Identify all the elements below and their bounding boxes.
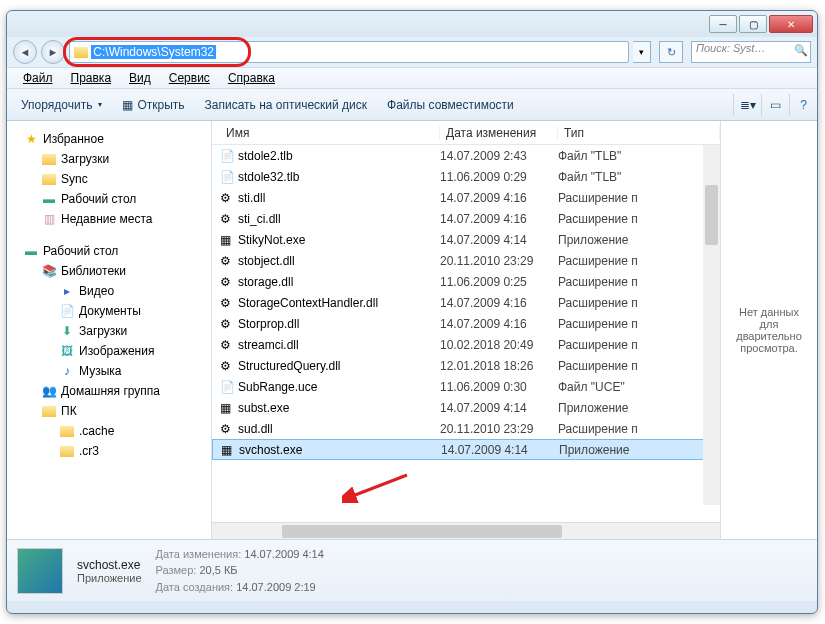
file-row[interactable]: ▦subst.exe14.07.2009 4:14Приложение (212, 397, 720, 418)
file-row[interactable]: ⚙streamci.dll10.02.2018 20:49Расширение … (212, 334, 720, 355)
menu-tools[interactable]: Сервис (161, 69, 218, 87)
menu-edit[interactable]: Правка (63, 69, 120, 87)
file-row[interactable]: ⚙StorageContextHandler.dll14.07.2009 4:1… (212, 292, 720, 313)
column-headers: Имя Дата изменения Тип (212, 121, 720, 145)
file-name: stdole2.tlb (238, 149, 440, 163)
file-type: Файл "TLB" (558, 170, 720, 184)
back-button[interactable]: ◄ (13, 40, 37, 64)
refresh-button[interactable]: ↻ (659, 41, 683, 63)
file-name: StructuredQuery.dll (238, 359, 440, 373)
file-type: Расширение п (558, 422, 720, 436)
nav-tree: ★Избранное Загрузки Sync ▬Рабочий стол ▥… (7, 121, 212, 539)
file-row[interactable]: 📄stdole2.tlb14.07.2009 2:43Файл "TLB" (212, 145, 720, 166)
burn-button[interactable]: Записать на оптический диск (197, 94, 376, 116)
tree-video[interactable]: ▸Видео (7, 281, 211, 301)
file-row[interactable]: ⚙StructuredQuery.dll12.01.2018 18:26Расш… (212, 355, 720, 376)
file-date: 14.07.2009 4:14 (440, 233, 558, 247)
tree-desktop-fav[interactable]: ▬Рабочий стол (7, 189, 211, 209)
close-button[interactable]: ✕ (769, 15, 813, 33)
file-date: 11.06.2009 0:30 (440, 380, 558, 394)
file-icon: ⚙ (212, 422, 238, 436)
file-name: subst.exe (238, 401, 440, 415)
file-row[interactable]: ⚙stobject.dll20.11.2010 23:29Расширение … (212, 250, 720, 271)
vertical-scrollbar[interactable] (703, 145, 720, 505)
file-area: Имя Дата изменения Тип 📄stdole2.tlb14.07… (212, 121, 721, 539)
tree-cache[interactable]: .cache (7, 421, 211, 441)
details-props: Дата изменения: 14.07.2009 4:14 Размер: … (156, 546, 324, 596)
help-icon[interactable]: ? (789, 94, 811, 116)
col-date[interactable]: Дата изменения (440, 126, 558, 140)
file-type: Расширение п (558, 317, 720, 331)
tree-favorites[interactable]: ★Избранное (7, 129, 211, 149)
file-date: 14.07.2009 4:14 (441, 443, 559, 457)
compat-button[interactable]: Файлы совместимости (379, 94, 522, 116)
file-icon: ▦ (213, 443, 239, 457)
file-name: SubRange.uce (238, 380, 440, 394)
details-filetype: Приложение (77, 572, 142, 584)
file-icon: ⚙ (212, 254, 238, 268)
file-name: sti.dll (238, 191, 440, 205)
file-date: 14.07.2009 4:16 (440, 212, 558, 226)
menu-file[interactable]: Файл (15, 69, 61, 87)
tree-homegroup[interactable]: 👥Домашняя группа (7, 381, 211, 401)
file-row[interactable]: 📄SubRange.uce11.06.2009 0:30Файл "UCE" (212, 376, 720, 397)
menu-view[interactable]: Вид (121, 69, 159, 87)
tree-desktop[interactable]: ▬Рабочий стол (7, 241, 211, 261)
file-row[interactable]: ▦svchost.exe14.07.2009 4:14Приложение (212, 439, 720, 460)
file-date: 10.02.2018 20:49 (440, 338, 558, 352)
menubar: Файл Правка Вид Сервис Справка (7, 67, 817, 89)
tree-downloads[interactable]: Загрузки (7, 149, 211, 169)
file-icon: ⚙ (212, 191, 238, 205)
tree-pictures[interactable]: 🖼Изображения (7, 341, 211, 361)
tree-recent[interactable]: ▥Недавние места (7, 209, 211, 229)
forward-button[interactable]: ► (41, 40, 65, 64)
tree-libraries[interactable]: 📚Библиотеки (7, 261, 211, 281)
preview-pane: Нет данных для дварительно просмотра. (721, 121, 817, 539)
file-name: sud.dll (238, 422, 440, 436)
details-filename: svchost.exe (77, 558, 142, 572)
minimize-button[interactable]: ─ (709, 15, 737, 33)
view-icon[interactable]: ≣▾ (733, 94, 755, 116)
file-name: StorageContextHandler.dll (238, 296, 440, 310)
tree-cr3[interactable]: .cr3 (7, 441, 211, 461)
file-row[interactable]: ⚙storage.dll11.06.2009 0:25Расширение п (212, 271, 720, 292)
file-icon: ⚙ (212, 212, 238, 226)
horizontal-scrollbar[interactable] (212, 522, 720, 539)
tree-music[interactable]: ♪Музыка (7, 361, 211, 381)
file-row[interactable]: 📄stdole32.tlb11.06.2009 0:29Файл "TLB" (212, 166, 720, 187)
file-icon: 📄 (212, 149, 238, 163)
titlebar: ─ ▢ ✕ (7, 11, 817, 37)
tree-documents[interactable]: 📄Документы (7, 301, 211, 321)
tree-pc[interactable]: ПК (7, 401, 211, 421)
tree-sync[interactable]: Sync (7, 169, 211, 189)
organize-button[interactable]: Упорядочить (13, 94, 110, 116)
file-date: 14.07.2009 4:16 (440, 296, 558, 310)
search-input[interactable]: Поиск: Syst… (691, 41, 811, 63)
folder-icon (74, 47, 88, 58)
open-button[interactable]: ▦ Открыть (114, 94, 192, 116)
file-thumbnail (17, 548, 63, 594)
file-name: stobject.dll (238, 254, 440, 268)
address-bar[interactable]: C:\Windows\System32 (69, 41, 629, 63)
tree-downloads2[interactable]: ⬇Загрузки (7, 321, 211, 341)
col-type[interactable]: Тип (558, 126, 720, 140)
preview-pane-icon[interactable]: ▭ (761, 94, 783, 116)
file-name: stdole32.tlb (238, 170, 440, 184)
file-row[interactable]: ▦StikyNot.exe14.07.2009 4:14Приложение (212, 229, 720, 250)
file-row[interactable]: ⚙sti_ci.dll14.07.2009 4:16Расширение п (212, 208, 720, 229)
col-name[interactable]: Имя (212, 126, 440, 140)
file-date: 12.01.2018 18:26 (440, 359, 558, 373)
file-date: 14.07.2009 4:14 (440, 401, 558, 415)
file-icon: 📄 (212, 170, 238, 184)
explorer-window: ─ ▢ ✕ ◄ ► C:\Windows\System32 ▾ ↻ Поиск:… (6, 10, 818, 614)
file-row[interactable]: ⚙sti.dll14.07.2009 4:16Расширение п (212, 187, 720, 208)
file-row[interactable]: ⚙Storprop.dll14.07.2009 4:16Расширение п (212, 313, 720, 334)
address-dropdown[interactable]: ▾ (633, 41, 651, 63)
file-date: 14.07.2009 2:43 (440, 149, 558, 163)
maximize-button[interactable]: ▢ (739, 15, 767, 33)
file-type: Расширение п (558, 212, 720, 226)
file-icon: ⚙ (212, 359, 238, 373)
menu-help[interactable]: Справка (220, 69, 283, 87)
file-type: Файл "UCE" (558, 380, 720, 394)
file-row[interactable]: ⚙sud.dll20.11.2010 23:29Расширение п (212, 418, 720, 439)
